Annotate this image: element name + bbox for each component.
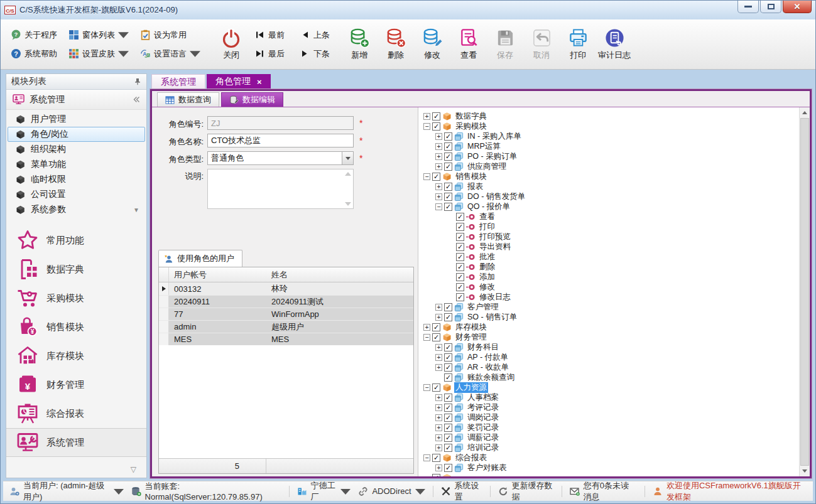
- tree-node[interactable]: +✓考评记录: [422, 402, 797, 412]
- tree-node[interactable]: ✓添加: [422, 272, 797, 282]
- print-button[interactable]: 打印: [560, 25, 596, 63]
- scrollbar-thumb[interactable]: [800, 118, 809, 466]
- sidebar-item-org-structure[interactable]: 组织架构: [8, 142, 145, 157]
- tree-node[interactable]: −✓QO - 报价单: [422, 201, 797, 212]
- tree-node[interactable]: −✓人力资源: [422, 382, 797, 392]
- maximize-button[interactable]: [760, 1, 781, 13]
- tree-node[interactable]: ✓批准: [422, 252, 797, 262]
- statusbar-item-current-user[interactable]: 当前用户: (admin-超级用户): [9, 480, 124, 503]
- form-list-button[interactable]: 窗体列表: [66, 28, 131, 42]
- checkbox[interactable]: ✓: [444, 444, 452, 452]
- tree-node[interactable]: ✓修改日志: [422, 292, 797, 302]
- sidebar-module-common-functions[interactable]: 常用功能: [6, 226, 146, 255]
- role-type-select[interactable]: 普通角色: [207, 151, 354, 165]
- sidebar-overflow[interactable]: ▽: [6, 461, 146, 478]
- expand-icon[interactable]: +: [435, 394, 442, 401]
- checkbox[interactable]: ✓: [456, 233, 464, 241]
- pin-icon[interactable]: [134, 78, 141, 85]
- checkbox[interactable]: ✓: [444, 353, 452, 362]
- tree-node[interactable]: +✓调岗记录: [422, 412, 797, 422]
- tree-node[interactable]: ✓删除: [422, 262, 797, 272]
- collapse-left-icon[interactable]: [132, 95, 140, 104]
- tree-node[interactable]: +✓财务科目: [422, 342, 797, 352]
- checkbox[interactable]: ✓: [456, 253, 464, 261]
- table-row[interactable]: 77WinFormApp: [159, 308, 413, 320]
- checkbox[interactable]: ✓: [444, 414, 452, 422]
- sidebar-item-temp-permissions[interactable]: 临时权限: [8, 172, 145, 187]
- tree-node[interactable]: ✓打印: [422, 222, 797, 232]
- tree-node[interactable]: +✓客户对账表: [422, 463, 797, 473]
- tree-node[interactable]: +✓库存模块: [422, 322, 797, 332]
- role-code-input[interactable]: [207, 116, 354, 130]
- scroll-down-icon[interactable]: [800, 466, 810, 476]
- checkbox[interactable]: ✓: [444, 313, 452, 321]
- subtab-data-edit[interactable]: 数据编辑: [221, 92, 283, 107]
- checkbox[interactable]: ✓: [432, 173, 440, 181]
- tree-node[interactable]: +✓SO - 销售订单: [422, 312, 797, 322]
- set-language-button[interactable]: AB设置语言: [138, 47, 203, 61]
- checkbox[interactable]: ✓: [444, 193, 452, 201]
- checkbox[interactable]: ✓: [432, 454, 440, 462]
- caret-down-icon[interactable]: [342, 152, 353, 164]
- tree-node[interactable]: +✓客户管理: [422, 302, 797, 312]
- sidebar-item-system-parameters[interactable]: 系统参数▼: [8, 202, 145, 217]
- sidebar-module-sales-module[interactable]: ¥销售模块: [6, 313, 146, 341]
- tree-node[interactable]: ✓打印预览: [422, 232, 797, 242]
- collapse-icon[interactable]: −: [423, 173, 430, 180]
- checkbox[interactable]: ✓: [432, 383, 440, 392]
- audit-log-button[interactable]: 审计日志: [596, 25, 633, 63]
- tree-node[interactable]: +✓人事档案: [422, 392, 797, 402]
- tree-node[interactable]: +✓PO - 采购订单: [422, 151, 797, 161]
- expand-icon[interactable]: +: [435, 364, 442, 371]
- checkbox[interactable]: ✓: [444, 363, 452, 372]
- tree-node[interactable]: ✓账款余额查询: [422, 372, 797, 382]
- expand-icon[interactable]: +: [435, 163, 442, 170]
- collapse-icon[interactable]: −: [435, 203, 442, 210]
- expand-icon[interactable]: +: [435, 153, 442, 160]
- expand-icon[interactable]: +: [435, 143, 442, 150]
- expand-icon[interactable]: +: [435, 183, 442, 190]
- sidebar-module-reports-module[interactable]: 综合报表: [6, 399, 146, 428]
- statusbar-item-system-settings[interactable]: 系统设置: [441, 480, 482, 503]
- checkbox[interactable]: ✓: [432, 323, 440, 331]
- tab-role-management[interactable]: 角色管理 ×: [207, 74, 271, 89]
- close-app-button[interactable]: 关闭: [220, 28, 242, 61]
- tree-node[interactable]: ✓导出资料: [422, 242, 797, 252]
- view-button[interactable]: 查看: [450, 25, 487, 63]
- prev-record-button[interactable]: 上条: [301, 29, 330, 41]
- tree-node[interactable]: +✓培训记录: [422, 442, 797, 453]
- expand-icon[interactable]: +: [435, 354, 442, 361]
- close-button[interactable]: ✕: [783, 1, 812, 13]
- sidebar-module-purchase-module[interactable]: 采购模块: [6, 284, 146, 313]
- minimize-button[interactable]: [737, 1, 759, 13]
- checkbox[interactable]: ✓: [432, 112, 440, 121]
- tab-system-management[interactable]: 系统管理: [151, 74, 205, 89]
- sidebar-item-role-position[interactable]: 角色/岗位: [8, 127, 145, 142]
- tree-node[interactable]: +✓报表: [422, 181, 797, 191]
- first-record-button[interactable]: 最前: [256, 29, 285, 41]
- sidebar-group-system-management[interactable]: 系统管理: [6, 90, 146, 110]
- checkbox[interactable]: ✓: [456, 283, 464, 291]
- tree-node[interactable]: ✓修改: [422, 282, 797, 292]
- checkbox[interactable]: ✓: [444, 404, 452, 412]
- tree-node[interactable]: +✓数据字典: [422, 111, 797, 121]
- tab-close-icon[interactable]: ×: [257, 77, 262, 87]
- expand-icon[interactable]: +: [435, 133, 442, 140]
- checkbox[interactable]: ✓: [444, 183, 452, 191]
- expand-icon[interactable]: +: [435, 434, 442, 441]
- statusbar-item-welcome[interactable]: 欢迎使用CSFrameworkV6.1旗舰版开发框架: [653, 480, 807, 503]
- expand-icon[interactable]: +: [423, 113, 430, 120]
- expand-icon[interactable]: +: [435, 464, 442, 471]
- expand-icon[interactable]: +: [423, 324, 430, 331]
- table-row[interactable]: 2024091120240911测试: [159, 295, 413, 308]
- expand-icon[interactable]: +: [435, 344, 442, 351]
- statusbar-item-connection[interactable]: ADODirect: [358, 486, 425, 496]
- tree-node[interactable]: +✓供应商管理: [422, 161, 797, 171]
- tree-node[interactable]: +✓IN - 采购入库单: [422, 131, 797, 141]
- checkbox[interactable]: ✓: [444, 153, 452, 161]
- sidebar-item-user-management[interactable]: 用户管理: [8, 112, 145, 127]
- about-program-button[interactable]: ?关于程序: [8, 28, 60, 42]
- tree-node[interactable]: +✓DO - 销售发货单: [422, 191, 797, 201]
- checkbox[interactable]: ✓: [432, 474, 440, 477]
- tree-node[interactable]: −✓财务管理: [422, 332, 797, 342]
